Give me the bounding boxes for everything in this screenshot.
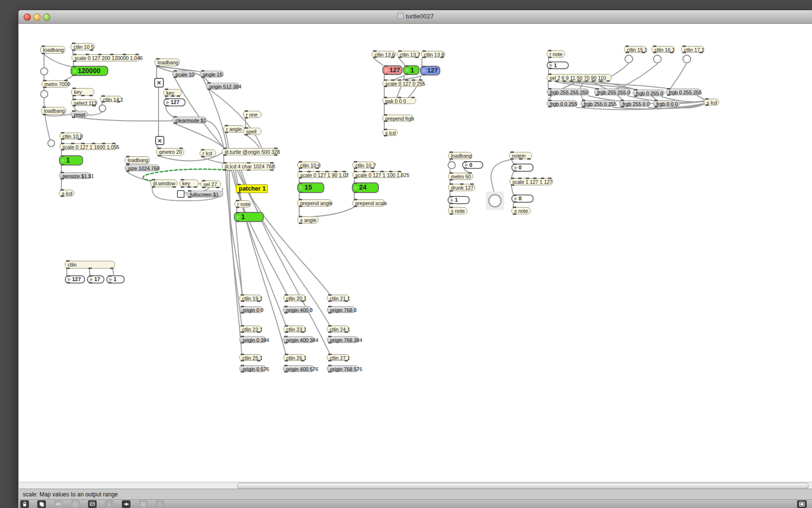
inlet-stub[interactable] [165,98,169,100]
jit-lcd[interactable]: jit.lcd 4 char 1024 768 [222,163,275,170]
ctlin-20-1[interactable]: ctlin 20 1 [283,295,306,301]
inlet-stub[interactable] [285,325,288,327]
patcher-1[interactable]: patcher 1 [236,184,268,193]
inlet-stub[interactable] [328,336,332,337]
inlet-stub[interactable] [299,171,302,172]
outlet-stub[interactable] [464,167,467,169]
send-angle[interactable]: s angle [297,216,319,224]
inlet-stub[interactable] [42,45,45,47]
inlet-stub[interactable] [72,99,76,100]
drunk-127[interactable]: drunk 127 [448,184,475,191]
outlet-stub[interactable] [549,68,552,69]
inlet-stub[interactable] [384,129,387,130]
outlet-stub[interactable] [705,105,709,106]
ctlin-15-1[interactable]: ctlin 15 1 [624,46,647,53]
inlet-stub[interactable] [513,207,516,208]
outlet-stub[interactable] [72,105,76,106]
outlet-stub[interactable] [88,268,92,269]
inlet-stub[interactable] [411,97,415,98]
fullscreen-message[interactable]: fullscreen $1 [187,191,223,197]
outlet-stub[interactable] [92,105,96,106]
fullscreen-toggle[interactable] [177,190,185,198]
outlet-stub[interactable] [285,331,288,333]
outlet-stub[interactable] [177,95,180,97]
metro-7000[interactable]: metro 7000 [42,80,69,88]
inlet-stub[interactable] [135,54,139,55]
jit-window[interactable]: jit.window [150,179,177,187]
inlet-stub[interactable] [61,132,64,134]
inlet-stub[interactable] [61,155,64,157]
outlet-stub[interactable] [81,95,85,96]
key-d[interactable]: key [179,179,199,187]
outlet-stub[interactable] [328,300,332,302]
title-bar[interactable]: turtle0027 [18,10,812,24]
number-g1[interactable]: 0 [462,161,483,169]
inlet-stub[interactable] [328,294,332,296]
metro-50[interactable]: metro 50 [448,173,473,180]
inlet-stub[interactable] [328,306,332,307]
outlet-stub[interactable] [223,169,227,171]
outlet-stub[interactable] [241,300,244,302]
outlet-stub[interactable] [117,101,120,103]
outlet-stub[interactable] [384,120,387,122]
ctlin-24-1[interactable]: ctlin 24 1 [327,326,349,332]
inlet-stub[interactable] [174,70,177,72]
outlet-stub[interactable] [373,57,377,58]
inlet-stub[interactable] [223,148,227,149]
outlet-stub[interactable] [225,132,228,133]
inlet-stub[interactable] [285,294,288,296]
send-lcd-f[interactable]: s lcd [704,99,719,105]
inlet-stub[interactable] [241,306,244,307]
inlet-stub[interactable] [225,125,228,126]
inlet-stub[interactable] [419,79,422,81]
ctlin-22-1[interactable]: ctlin 22 1 [239,326,262,332]
outlet-stub[interactable] [241,331,244,333]
inlet-stub[interactable] [405,79,408,81]
inlet-stub[interactable] [371,171,375,172]
outlet-stub[interactable] [299,167,302,169]
number-120000[interactable]: 120000 [71,66,108,76]
inlet-stub[interactable] [299,199,302,200]
ctlin-14-1[interactable]: ctlin 14 1 [100,96,122,102]
inlet-stub[interactable] [362,171,366,172]
number-pensize[interactable]: 1 [59,155,83,165]
outlet-stub[interactable] [511,184,514,186]
inlet-stub[interactable] [548,74,551,75]
pensize-message[interactable]: pensize $1 $1 [59,172,91,179]
inlet-stub[interactable] [299,216,302,217]
outlet-stub[interactable] [570,80,573,82]
frgb-0-0-0[interactable]: frgb 0 0 0 [653,100,680,107]
ctlin-13-7[interactable]: ctlin 13 7 [397,51,420,58]
ctlin-10-6[interactable]: ctlin 10 6 [297,162,320,168]
inlet-stub[interactable] [72,66,76,67]
outlet-stub[interactable] [236,221,239,222]
inlet-stub[interactable] [174,116,177,118]
outlet-stub[interactable] [247,169,250,171]
outlet-stub[interactable] [60,195,64,197]
outlet-stub[interactable] [699,52,703,53]
inlet-stub[interactable] [223,162,227,164]
outlet-stub[interactable] [450,213,453,215]
inlet-stub[interactable] [241,325,244,327]
outlet-stub[interactable] [216,187,219,188]
loadbang-5[interactable]: loadbang [448,152,472,159]
inlet-stub[interactable] [398,171,401,172]
outlet-stub[interactable] [384,103,387,105]
inlet-stub[interactable] [511,178,514,179]
outlet-stub[interactable] [301,331,304,333]
outlet-stub[interactable] [345,331,348,333]
inlet-stub[interactable] [412,79,415,81]
outlet-stub[interactable] [245,117,248,119]
outlet-stub[interactable] [194,186,197,188]
prepend-frgb[interactable]: prepend frgb [382,115,413,121]
inlet-stub[interactable] [343,171,346,172]
origin-512-384-message[interactable]: origin 512 384 [206,83,240,90]
inlet-stub[interactable] [188,190,191,192]
ctlin-19-1[interactable]: ctlin 19 1 [239,295,262,301]
inlet-stub[interactable] [241,365,244,366]
outlet-stub[interactable] [354,177,357,179]
outlet-stub[interactable] [284,312,288,314]
outlet-stub[interactable] [108,282,112,284]
outlet-stub[interactable] [89,95,93,96]
outlet-stub[interactable] [60,178,64,179]
